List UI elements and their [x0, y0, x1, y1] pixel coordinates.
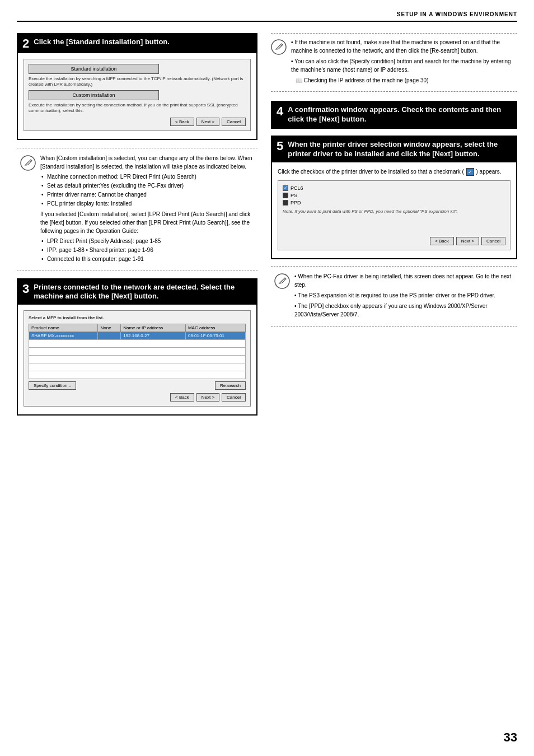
step5-cancel-button[interactable]: Cancel — [481, 237, 505, 245]
step3-next-button[interactable]: Next > — [196, 393, 219, 402]
ppd-checkbox[interactable] — [283, 200, 288, 206]
step5-sub-note: • When the PC-Fax driver is being instal… — [271, 266, 517, 327]
col-ip: Name or IP address — [121, 324, 186, 332]
book-icon: 📖 — [296, 77, 302, 83]
row1-mac: 08:01:1F:06:75:01 — [185, 332, 245, 339]
page-container: SETUP IN A WINDOWS ENVIRONMENT 2 Click t… — [0, 0, 534, 756]
right-note1-bullet3: 📖 Checking the IP address of the machine… — [296, 76, 517, 85]
bullet-item: Set as default printer:Yes (excluding th… — [40, 182, 254, 190]
col-none: None — [98, 324, 121, 332]
page-header: SETUP IN A WINDOWS ENVIRONMENT — [17, 11, 517, 22]
specify-condition-button[interactable]: Specify condition... — [29, 381, 76, 390]
step3-header: 3 Printers connected to the network are … — [18, 279, 256, 305]
right-column: • If the machine is not found, make sure… — [271, 33, 517, 423]
bullet-item: Connected to this computer: page 1-91 — [40, 255, 254, 263]
step2-cancel-button[interactable]: Cancel — [222, 118, 246, 126]
ps-label: PS — [291, 193, 297, 198]
right-note1-text: • If the machine is not found, make sure… — [291, 38, 517, 87]
right-note1-bullet2: • You can also click the [Specify condit… — [291, 57, 517, 74]
table-row — [29, 363, 246, 371]
page-header-title: SETUP IN A WINDOWS ENVIRONMENT — [397, 11, 517, 17]
svg-point-4 — [275, 274, 289, 288]
step3-table: Product name None Name or IP address MAC… — [29, 324, 246, 379]
research-button[interactable]: Re-search — [215, 381, 246, 390]
bullet-item: Machine connection method: LPR Direct Pr… — [40, 173, 254, 181]
custom-desc: Execute the installation by setting the … — [29, 102, 246, 114]
step3-title: Printers connected to the network are de… — [34, 283, 252, 302]
svg-line-3 — [280, 45, 282, 46]
step3-cancel-button[interactable]: Cancel — [222, 393, 246, 402]
ps-checkbox[interactable] — [283, 193, 288, 198]
svg-line-5 — [284, 279, 285, 280]
note-icon-step5 — [274, 273, 290, 289]
bullet-item: LPR Direct Print (Specify Address): page… — [40, 237, 254, 245]
step5-dialog: ✓ PCL6 PS PPD Note: If you want to print… — [278, 180, 510, 250]
right-note1: • If the machine is not found, make sure… — [271, 33, 517, 92]
step2-note-bullets: Machine connection method: LPR Direct Pr… — [40, 173, 254, 208]
step2-back-button[interactable]: < Back — [170, 118, 194, 126]
table-row — [29, 347, 246, 355]
step2-note-text: When [Custom installation] is selected, … — [40, 154, 254, 264]
svg-point-2 — [271, 40, 286, 54]
step2-box: 2 Click the [Standard installation] butt… — [17, 33, 257, 140]
step3-number: 3 — [22, 283, 29, 295]
step5-box: 5 When the printer driver selection wind… — [271, 136, 517, 259]
step3-dialog-header: Select a MFP to install from the list. — [29, 315, 246, 321]
step2-note: When [Custom installation] is selected, … — [17, 148, 257, 270]
checkmark-icon: ✓ — [466, 168, 474, 176]
pcl6-checkbox[interactable]: ✓ — [283, 185, 288, 191]
custom-install-button[interactable]: Custom installation — [29, 90, 159, 100]
step4-number: 4 — [277, 105, 283, 118]
table-row — [29, 355, 246, 363]
step2-next-button[interactable]: Next > — [196, 118, 219, 126]
step2-content: Standard installation Execute the instal… — [18, 53, 256, 139]
pcl6-checkbox-item[interactable]: ✓ PCL6 — [283, 185, 505, 191]
right-note1-bullet1: • If the machine is not found, make sure… — [291, 38, 517, 55]
standard-desc: Execute the installation by searching a … — [29, 76, 246, 88]
row1-ip: 192.168.0.27 — [121, 332, 186, 339]
table-row — [29, 339, 246, 347]
ppd-checkbox-item[interactable]: PPD — [283, 200, 505, 206]
step4-box: 4 A confirmation window appears. Check t… — [271, 101, 517, 129]
step3-dialog: Select a MFP to install from the list. P… — [24, 310, 251, 406]
svg-point-0 — [21, 156, 35, 170]
ps-checkbox-item[interactable]: PS — [283, 193, 505, 198]
step2-note-sub-bullets: LPR Direct Print (Specify Address): page… — [40, 237, 254, 263]
page-number: 33 — [504, 730, 517, 745]
standard-install-button[interactable]: Standard installation — [29, 64, 159, 74]
step5-back-button[interactable]: < Back — [430, 237, 454, 245]
step5-next-button[interactable]: Next > — [456, 237, 479, 245]
left-column: 2 Click the [Standard installation] butt… — [17, 33, 257, 423]
note-icon — [20, 155, 36, 171]
col-product: Product name — [29, 324, 98, 332]
table-row — [29, 371, 246, 379]
step2-btn-row: < Back Next > Cancel — [29, 118, 246, 126]
note-icon-right — [271, 39, 287, 55]
step5-content: Click the checkbox of the printer driver… — [272, 162, 516, 258]
step3-back-button[interactable]: < Back — [170, 393, 194, 402]
step4-title: A confirmation window appears. Check the… — [288, 105, 512, 124]
col-mac: MAC address — [185, 324, 245, 332]
step2-number: 2 — [22, 38, 29, 50]
bullet-item: IPP: page 1-88 • Shared printer: page 1-… — [40, 246, 254, 254]
step3-box: 3 Printers connected to the network are … — [17, 278, 257, 416]
step5-header: 5 When the printer driver selection wind… — [272, 137, 516, 162]
step5-number: 5 — [277, 140, 283, 152]
row1-product: SHARP MX-xxxxxxxx — [29, 332, 98, 339]
step2-title: Click the [Standard installation] button… — [34, 38, 170, 47]
step5-sub-note-bullet1: • When the PC-Fax driver is being instal… — [294, 272, 514, 289]
svg-line-1 — [30, 161, 31, 162]
step2-dialog: Standard installation Execute the instal… — [24, 59, 251, 131]
table-row[interactable]: SHARP MX-xxxxxxxx 192.168.0.27 08:01:1F:… — [29, 332, 246, 339]
main-layout: 2 Click the [Standard installation] butt… — [17, 33, 517, 423]
step5-sub-note-text: • When the PC-Fax driver is being instal… — [294, 272, 514, 321]
pcl6-label: PCL6 — [291, 185, 303, 191]
step5-sub-note-bullet2: • The PS3 expansion kit is required to u… — [294, 291, 514, 300]
step3-btn-row: < Back Next > Cancel — [29, 393, 246, 402]
step3-content: Select a MFP to install from the list. P… — [18, 305, 256, 414]
step4-header: 4 A confirmation window appears. Check t… — [272, 102, 516, 128]
step3-middle-btns: Specify condition... Re-search — [29, 381, 246, 390]
row1-none — [98, 332, 121, 339]
step2-header: 2 Click the [Standard installation] butt… — [18, 34, 256, 53]
ppd-label: PPD — [291, 200, 301, 206]
